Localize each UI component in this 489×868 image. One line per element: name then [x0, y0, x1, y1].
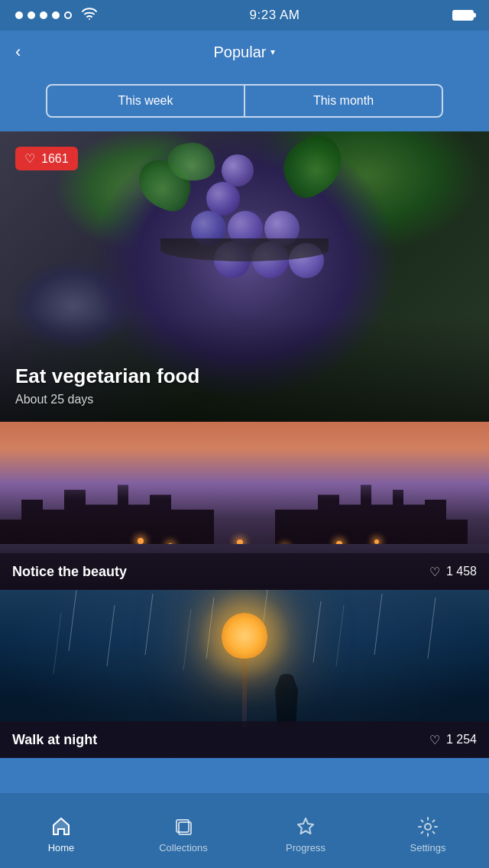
svg-line-1 [69, 590, 76, 651]
svg-line-7 [374, 594, 382, 655]
like-count: 1 254 [446, 733, 477, 747]
like-count: 1 458 [446, 565, 477, 578]
card-title: Walk at night [12, 732, 97, 748]
svg-point-0 [89, 18, 90, 20]
plate [160, 238, 329, 261]
battery-bar [452, 10, 474, 21]
header-title: Popular ▾ [214, 44, 276, 61]
dot4 [52, 11, 60, 19]
header: ‹ Popular ▾ [0, 31, 489, 73]
back-button[interactable]: ‹ [15, 42, 21, 62]
nav-collections-label: Collections [159, 842, 208, 853]
battery-indicator [452, 10, 474, 21]
toggle-container: This week This month [0, 73, 489, 131]
svg-line-9 [53, 613, 61, 674]
card-likes: ♡ 1 458 [429, 565, 477, 579]
popular-label: Popular [214, 44, 267, 61]
card-vegetarian[interactable]: ♡ 1661 Eat vegetarian food About 25 days [0, 131, 489, 422]
cards-container: ♡ 1661 Eat vegetarian food About 25 days… [0, 131, 489, 758]
lamp-glow [199, 590, 290, 682]
like-badge[interactable]: ♡ 1661 [15, 147, 78, 170]
nav-progress-label: Progress [286, 842, 325, 853]
card-title: Notice the beauty [12, 564, 127, 580]
progress-icon [295, 816, 316, 837]
svg-line-6 [313, 601, 321, 662]
svg-point-14 [425, 824, 431, 830]
card-bottom-bar: Walk at night ♡ 1 254 [0, 721, 489, 758]
svg-line-11 [336, 605, 344, 666]
nav-progress[interactable]: Progress [244, 808, 367, 853]
card-likes: ♡ 1 254 [429, 733, 477, 747]
this-month-button[interactable]: This month [244, 84, 443, 118]
dot3 [40, 11, 47, 19]
nav-settings-label: Settings [410, 842, 446, 853]
svg-line-8 [428, 598, 436, 659]
grapes-artwork [130, 147, 359, 338]
svg-line-3 [145, 594, 153, 655]
bottom-nav: Home Collections Progress Settings [0, 793, 489, 868]
dot1 [15, 11, 23, 19]
card-beauty[interactable]: Notice the beauty ♡ 1 458 [0, 422, 489, 590]
nav-settings[interactable]: Settings [367, 808, 489, 853]
status-time: 9:23 AM [250, 8, 300, 23]
light-dot [138, 538, 144, 544]
this-week-button[interactable]: This week [46, 84, 244, 118]
dot5 [64, 11, 72, 19]
dropdown-arrow[interactable]: ▾ [270, 47, 275, 57]
heart-icon: ♡ [24, 151, 35, 166]
home-icon [50, 816, 72, 837]
lamp-head [222, 613, 267, 659]
card-title: Eat vegetarian food [15, 364, 199, 388]
heart-icon: ♡ [429, 733, 440, 747]
dot2 [28, 11, 35, 19]
nav-home[interactable]: Home [0, 808, 122, 853]
card-subtitle: About 25 days [15, 393, 199, 406]
card-night-walk[interactable]: Walk at night ♡ 1 254 [0, 590, 489, 758]
svg-line-2 [107, 605, 115, 666]
card-bottom-bar: Notice the beauty ♡ 1 458 [0, 553, 489, 590]
collections-icon [173, 816, 194, 837]
signal-wifi [15, 8, 97, 24]
nav-home-label: Home [48, 842, 75, 853]
heart-icon: ♡ [429, 565, 440, 579]
like-count: 1661 [41, 152, 69, 166]
nav-collections[interactable]: Collections [122, 808, 244, 853]
status-bar: 9:23 AM [0, 0, 489, 31]
figure-silhouette [275, 674, 298, 727]
signal-dots [15, 11, 72, 19]
wifi-icon [82, 8, 97, 24]
svg-line-10 [183, 609, 191, 670]
settings-icon [417, 816, 439, 837]
card-content: Eat vegetarian food About 25 days [15, 364, 199, 406]
